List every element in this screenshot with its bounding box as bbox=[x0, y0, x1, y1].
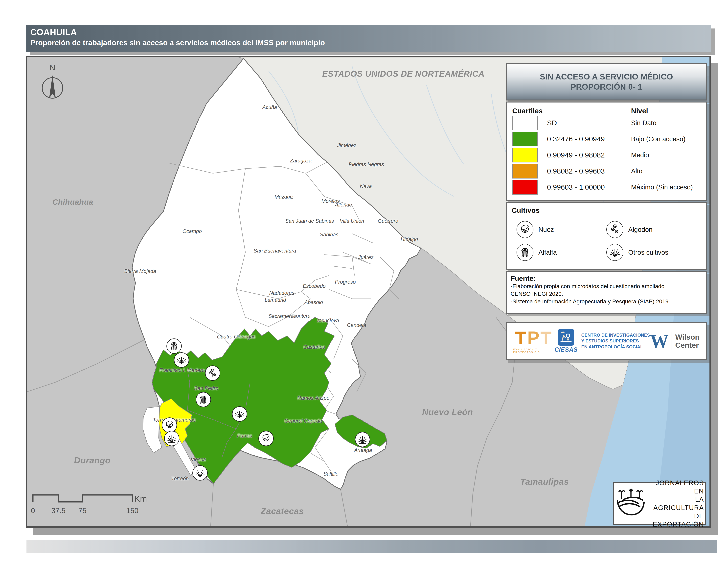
region-label: Nuevo León bbox=[422, 407, 473, 417]
jornaleros-line: LA AGRICULTURA bbox=[653, 495, 704, 512]
municipality-label: Monclova bbox=[317, 318, 339, 324]
legend-level: Alto bbox=[631, 167, 701, 175]
municipality-label: San Buenaventura bbox=[254, 248, 296, 254]
municipality-label: Abasolo bbox=[304, 300, 323, 305]
scale-unit: Km bbox=[135, 494, 147, 503]
crop-marker-icon bbox=[166, 339, 182, 354]
municipality-label: Ramos Arizpe bbox=[297, 395, 329, 401]
ciesas-lines: CENTRO DE INVESTIGACIONESY ESTUDIOS SUPE… bbox=[581, 332, 650, 350]
jornaleros-field-icon bbox=[615, 485, 653, 522]
municipality-label: Sabinas bbox=[320, 232, 338, 237]
wilson-w-icon: W bbox=[650, 332, 669, 351]
legend-row: 0.32476 - 0.90949 Bajo (Con acceso) bbox=[512, 131, 701, 147]
legend-color-swatch bbox=[512, 148, 538, 162]
crop-marker-icon bbox=[258, 431, 274, 446]
municipality-label: Múzquiz bbox=[274, 194, 294, 200]
north-arrow: N bbox=[37, 63, 69, 104]
cultivo-label: Nuez bbox=[538, 226, 554, 233]
ciesas-logo: CIESAS CENTRO DE INVESTIGACIONESY ESTUDI… bbox=[554, 329, 650, 353]
page-title: COAHUILA bbox=[30, 27, 711, 37]
legend-title-line2: PROPORCIÓN 0- 1 bbox=[571, 82, 642, 92]
municipality-label: General Cepeda bbox=[284, 418, 322, 424]
fuente-line: -Sistema de Información Agropecuaria y P… bbox=[511, 298, 702, 305]
legend-row: 0.99603 - 1.00000 Máximo (Sin acceso) bbox=[512, 179, 701, 195]
municipality-label: Hidalgo bbox=[401, 236, 418, 242]
region-label: Durango bbox=[74, 455, 111, 465]
legend-range: SD bbox=[547, 119, 557, 127]
legend-cultivos-box: Cultivos Nuez Algodón bbox=[506, 202, 707, 270]
compass-needle-icon bbox=[49, 75, 56, 98]
jornaleros-line: JORNALEROS EN bbox=[653, 479, 704, 495]
cultivos-title: Cultivos bbox=[512, 206, 701, 214]
municipality-label: Nadadores bbox=[269, 290, 294, 296]
wilson-divider bbox=[672, 332, 672, 350]
legend-row: 0.90949 - 0.98082 Medio bbox=[512, 147, 701, 163]
ciesas-line: CENTRO DE INVESTIGACIONES bbox=[581, 332, 650, 338]
municipality-label: Saltillo bbox=[323, 471, 338, 477]
legend-quartiles-box: Cuartiles Nivel SD Sin Dato 0.32476 - 0.… bbox=[506, 101, 707, 201]
ciesas-badge-icon bbox=[558, 329, 574, 346]
fuente-lines: -Elaboración propia con microdatos del c… bbox=[511, 283, 702, 305]
cultivo-icon bbox=[517, 221, 533, 238]
municipality-label: Guerrero bbox=[378, 218, 398, 224]
legend-range: 0.98082 - 0.99603 bbox=[547, 167, 605, 175]
fuente-line: -Elaboración propia con microdatos del c… bbox=[511, 283, 702, 290]
municipality-label: Ocampo bbox=[182, 228, 202, 234]
ciesas-line: Y ESTUDIOS SUPERIORES bbox=[581, 338, 650, 344]
legend-title-line1: SIN ACCESO A SERVICIO MÉDICO bbox=[540, 72, 673, 82]
legend-color-swatch bbox=[512, 164, 538, 178]
crop-marker-icon bbox=[355, 432, 370, 447]
cultivo-icon bbox=[606, 221, 623, 238]
legend-color-swatch bbox=[512, 132, 538, 146]
map-frame: N 0 37.5 75 150 Km ESTADOS UNIDOS DE NOR… bbox=[26, 56, 711, 528]
cultivo-label: Algodón bbox=[628, 226, 653, 233]
crop-marker-icon bbox=[205, 366, 220, 381]
municipality-label: Allende bbox=[335, 202, 352, 208]
cultivo-item: Nuez bbox=[517, 221, 606, 238]
crop-marker-icon bbox=[192, 465, 208, 481]
municipality-label: Juárez bbox=[358, 254, 373, 260]
tpt-caption: EVALUACIÓN Y PROYECTOS S.C. bbox=[513, 348, 554, 354]
fuente-title: Fuente: bbox=[511, 274, 702, 283]
municipality-label: Cuatro Ciénegas bbox=[217, 334, 256, 340]
municipality-label: Torreón bbox=[171, 476, 189, 482]
legend-level: Máximo (Sin acceso) bbox=[631, 183, 701, 191]
municipality-label: Piedras Negras bbox=[349, 161, 384, 167]
bottom-strip bbox=[26, 540, 717, 553]
scale-tick-75: 75 bbox=[78, 507, 87, 515]
tpt-logo: TPT EVALUACIÓN Y PROYECTOS S.C. bbox=[513, 329, 554, 354]
region-label: Tamaulipas bbox=[520, 477, 569, 487]
jornaleros-logo-box: JORNALEROS ENLA AGRICULTURADE EXPORTACIÓ… bbox=[613, 482, 706, 525]
cultivo-label: Otros cultivos bbox=[628, 249, 668, 256]
municipality-label: Sierra Mojada bbox=[124, 268, 156, 274]
scale-bar: 0 37.5 75 150 Km bbox=[27, 487, 163, 518]
tpt-letter-t1: T bbox=[515, 328, 527, 348]
wilson-line2: Center bbox=[675, 341, 700, 350]
cultivo-item: Otros cultivos bbox=[606, 244, 696, 261]
municipality-label: Frontera bbox=[291, 313, 310, 319]
crop-marker-icon bbox=[162, 418, 177, 433]
municipality-label: Progreso bbox=[335, 279, 356, 285]
municipality-label: San Juan de Sabinas bbox=[285, 218, 334, 224]
crop-marker-icon bbox=[174, 352, 189, 368]
fuente-line: CENSO INEGI 2020. bbox=[511, 290, 702, 298]
legend-rows: SD Sin Dato 0.32476 - 0.90949 Bajo (Con … bbox=[512, 115, 701, 195]
cultivos-grid: Nuez Algodón Alfalfa bbox=[512, 221, 701, 261]
legend-row: SD Sin Dato bbox=[512, 115, 701, 131]
ciesas-acronym: CIESAS bbox=[554, 346, 578, 353]
legend-row: 0.98082 - 0.99603 Alto bbox=[512, 163, 701, 179]
municipality-label: Viesca bbox=[191, 457, 206, 463]
cultivo-item: Alfalfa bbox=[517, 244, 606, 261]
legend-col-level: Nivel bbox=[631, 107, 701, 115]
cultivo-icon bbox=[517, 244, 533, 261]
scale-tick-0: 0 bbox=[31, 507, 35, 515]
legend-level: Sin Dato bbox=[631, 119, 701, 127]
legend-title-box: SIN ACCESO A SERVICIO MÉDICO PROPORCIÓN … bbox=[506, 63, 707, 100]
wilson-line1: Wilson bbox=[675, 333, 700, 341]
page: COAHUILA Proporción de trabajadores sin … bbox=[0, 0, 728, 563]
jornaleros-text: JORNALEROS ENLA AGRICULTURADE EXPORTACIÓ… bbox=[653, 479, 706, 528]
legend-range: 0.99603 - 1.00000 bbox=[547, 183, 605, 191]
municipality-label: Candela bbox=[347, 322, 366, 328]
fuente-box: Fuente: -Elaboración propia con microdat… bbox=[506, 271, 707, 314]
crop-marker-icon bbox=[196, 392, 211, 407]
